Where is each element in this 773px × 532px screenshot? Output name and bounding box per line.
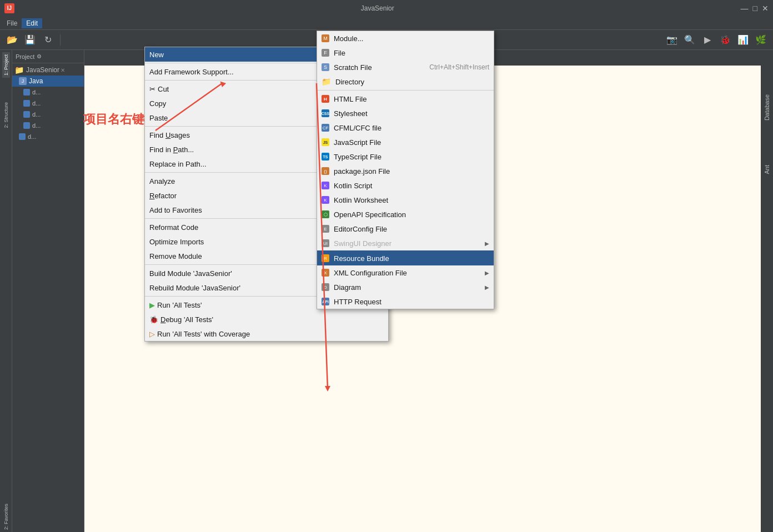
- add-favorites-label: Add to Favorites: [149, 206, 202, 214]
- kotlin-worksheet-label: Kotlin Worksheet: [334, 196, 388, 204]
- submenu-cfml[interactable]: CF CFML/CFC file: [317, 121, 494, 135]
- tree-item-d3[interactable]: d...: [12, 109, 84, 120]
- title-bar-left: IJ: [4, 3, 14, 13]
- project-settings-icon[interactable]: ⚙: [37, 53, 42, 59]
- java-label: Java: [29, 77, 43, 85]
- tree-item-label: JavaSenior: [26, 66, 59, 74]
- diagram-icon: D: [322, 283, 329, 291]
- run-button[interactable]: ▶: [700, 32, 715, 48]
- submenu-pkg[interactable]: {} package.json File: [317, 164, 494, 178]
- submenu-diagram[interactable]: D Diagram: [317, 280, 494, 294]
- swingui-label: SwingUI Designer: [334, 239, 391, 248]
- menu-file[interactable]: File: [2, 18, 22, 28]
- project-tab[interactable]: 1: Project: [2, 52, 10, 78]
- html-label: HTML File: [334, 95, 367, 103]
- context-menu-run-coverage[interactable]: ▷ Run 'All Tests' with Coverage: [145, 327, 388, 341]
- folder-icon2: [23, 89, 30, 96]
- kotlin-ws-icon: K: [322, 196, 329, 204]
- coverage-button[interactable]: 📊: [735, 32, 751, 48]
- submenu-directory[interactable]: 📁 Directory: [317, 74, 494, 89]
- file-label: File: [334, 49, 345, 57]
- favorites-tab[interactable]: 2: Favorites: [2, 501, 10, 532]
- openapi-icon: ⬡: [322, 210, 329, 218]
- ts-icon: TS: [322, 153, 329, 160]
- submenu-scratch-file[interactable]: S Scratch File Ctrl+Alt+Shift+Insert: [317, 60, 494, 74]
- submenu-module[interactable]: M Module...: [317, 31, 494, 46]
- stylesheet-label: Stylesheet: [334, 109, 368, 118]
- database-tab[interactable]: Database: [764, 94, 770, 121]
- submenu-http[interactable]: API HTTP Request: [317, 294, 494, 309]
- scratch-icon: S: [322, 63, 329, 71]
- item-d1: d...: [32, 89, 41, 96]
- project-tree: 📁 JavaSenior ✕ J Java d... d...: [12, 63, 84, 143]
- tree-item-d5[interactable]: d...: [12, 131, 84, 142]
- diagram-label: Diagram: [334, 283, 361, 292]
- structure-tab[interactable]: 2: Structure: [2, 100, 10, 131]
- kotlin-script-label: Kotlin Script: [334, 182, 372, 190]
- ts-label: TypeScript File: [334, 153, 382, 161]
- tree-item-javasenior[interactable]: 📁 JavaSenior ✕: [12, 64, 84, 76]
- close-button[interactable]: ✕: [762, 4, 769, 13]
- project-panel-header: Project ⚙: [12, 50, 84, 63]
- folder-icon5: [23, 122, 30, 129]
- paste-label: Paste: [149, 114, 168, 122]
- xml-config-label: XML Configuration File: [334, 269, 407, 277]
- submenu-html[interactable]: H HTML File: [317, 92, 494, 106]
- submenu-resource-bundle[interactable]: R Resource Bundle: [317, 251, 494, 265]
- directory-label: Directory: [335, 78, 364, 86]
- tree-item-d4[interactable]: d...: [12, 120, 84, 131]
- editorconfig-label: EditorConfig File: [334, 225, 387, 233]
- submenu-openapi[interactable]: ⬡ OpenAPI Specification: [317, 207, 494, 222]
- tree-item-java[interactable]: J Java: [12, 76, 84, 87]
- folder-icon4: [23, 111, 30, 118]
- analyze-label: Analyze: [149, 177, 175, 185]
- scratch-file-label: Scratch File: [334, 63, 372, 72]
- title-bar-controls: — □ ✕: [741, 4, 769, 13]
- save-button[interactable]: 💾: [22, 32, 38, 48]
- submenu-stylesheet[interactable]: CSS Stylesheet: [317, 106, 494, 121]
- maximize-button[interactable]: □: [753, 4, 757, 13]
- submenu-js[interactable]: JS JavaScript File: [317, 135, 494, 149]
- debug-button[interactable]: 🐞: [717, 32, 733, 48]
- kotlin-icon: K: [322, 182, 329, 189]
- new-submenu: M Module... F File S Scratch File Ctrl+A…: [317, 31, 494, 309]
- scratch-file-shortcut: Ctrl+Alt+Shift+Insert: [429, 63, 489, 71]
- submenu-file[interactable]: F File: [317, 46, 494, 60]
- coverage-icon-ctx: ▷: [149, 330, 155, 338]
- resource-icon: R: [322, 254, 329, 262]
- menu-edit[interactable]: Edit: [22, 18, 42, 28]
- submenu-editorconfig[interactable]: E EditorConfig File: [317, 222, 494, 236]
- replace-in-path-label: Replace in Path...: [149, 160, 207, 168]
- tree-item-d1[interactable]: d...: [12, 87, 84, 98]
- item-d4: d...: [32, 122, 41, 129]
- camera-button[interactable]: 📷: [664, 32, 680, 48]
- minimize-button[interactable]: —: [741, 4, 749, 13]
- file-icon: F: [322, 49, 329, 57]
- js-icon: JS: [322, 138, 329, 146]
- search-button[interactable]: 🔍: [682, 32, 697, 48]
- add-framework-label: Add Framework Support...: [149, 68, 234, 76]
- close-tab-icon[interactable]: ✕: [61, 67, 65, 73]
- toolbar-separator-1: [60, 34, 61, 46]
- submenu-ts[interactable]: TS TypeScript File: [317, 149, 494, 164]
- run-icon: ▶: [149, 301, 155, 309]
- submenu-xml-config[interactable]: X XML Configuration File: [317, 265, 494, 280]
- project-panel: Project ⚙ 📁 JavaSenior ✕ J Java d...: [12, 50, 84, 532]
- find-usages-label: Find Usages: [149, 131, 190, 139]
- terminal-button[interactable]: 🌿: [753, 32, 769, 48]
- sub-sep-1: [317, 90, 494, 91]
- debug-label: Debug 'All Tests': [160, 315, 213, 324]
- folder-icon6: [19, 133, 26, 140]
- folder-icon3: [23, 100, 30, 107]
- tree-item-d2[interactable]: d...: [12, 98, 84, 109]
- context-menu-debug[interactable]: 🐞 Debug 'All Tests': [145, 312, 388, 327]
- submenu-kotlin-ws[interactable]: K Kotlin Worksheet: [317, 193, 494, 207]
- ant-tab[interactable]: Ant: [764, 165, 770, 174]
- pkg-label: package.json File: [334, 167, 390, 175]
- refresh-button[interactable]: ↻: [40, 32, 56, 48]
- directory-icon: 📁: [322, 77, 331, 86]
- submenu-kotlin[interactable]: K Kotlin Script: [317, 178, 494, 193]
- submenu-swingui[interactable]: UI SwingUI Designer: [317, 236, 494, 250]
- open-button[interactable]: 📂: [4, 32, 20, 48]
- copy-label: Copy: [149, 99, 166, 108]
